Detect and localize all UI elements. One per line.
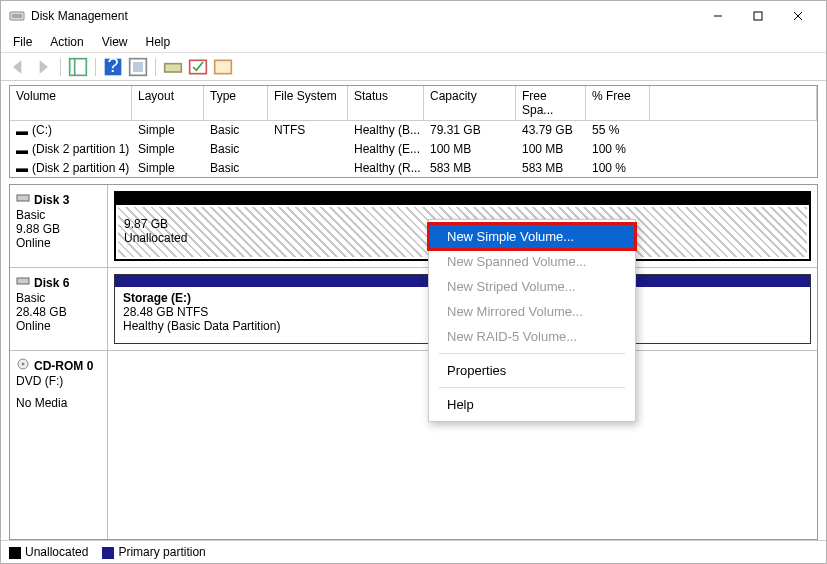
cell-volume: (C:) bbox=[32, 123, 52, 137]
ctx-new-spanned-volume: New Spanned Volume... bbox=[429, 249, 635, 274]
cell-type: Basic bbox=[204, 121, 268, 140]
volume-header-row: Volume Layout Type File System Status Ca… bbox=[10, 86, 817, 121]
cell-freespace: 583 MB bbox=[516, 159, 586, 178]
col-volume[interactable]: Volume bbox=[10, 86, 132, 120]
ctx-properties[interactable]: Properties bbox=[429, 358, 635, 383]
cell-layout: Simple bbox=[132, 159, 204, 178]
table-row[interactable]: ▬(Disk 2 partition 1) Simple Basic Healt… bbox=[10, 140, 817, 159]
unalloc-label: Unallocated bbox=[124, 231, 187, 245]
toolbar-sep bbox=[155, 58, 156, 76]
menu-action[interactable]: Action bbox=[42, 33, 91, 51]
svg-rect-14 bbox=[215, 60, 232, 73]
help-icon[interactable]: ? bbox=[102, 56, 124, 78]
window-title: Disk Management bbox=[31, 9, 698, 23]
disk-row-3: Disk 3 Basic 9.88 GB Online 9.87 GB Unal… bbox=[10, 185, 817, 268]
unalloc-size: 9.87 GB bbox=[124, 217, 187, 231]
ctx-separator bbox=[439, 353, 625, 354]
toolbar-sep bbox=[60, 58, 61, 76]
ctx-new-raid5-volume: New RAID-5 Volume... bbox=[429, 324, 635, 349]
svg-rect-11 bbox=[133, 62, 143, 72]
cdrom-info[interactable]: CD-ROM 0 DVD (F:) No Media bbox=[10, 351, 108, 540]
disk3-info[interactable]: Disk 3 Basic 9.88 GB Online bbox=[10, 185, 108, 267]
cell-pctfree: 100 % bbox=[586, 140, 650, 159]
cell-freespace: 100 MB bbox=[516, 140, 586, 159]
svg-point-18 bbox=[22, 363, 25, 366]
table-row[interactable]: ▬(C:) Simple Basic NTFS Healthy (B... 79… bbox=[10, 121, 817, 140]
cell-type: Basic bbox=[204, 140, 268, 159]
back-button[interactable] bbox=[7, 56, 29, 78]
action-icon-3[interactable] bbox=[212, 56, 234, 78]
col-filesystem[interactable]: File System bbox=[268, 86, 348, 120]
ctx-new-simple-volume[interactable]: New Simple Volume... bbox=[429, 224, 635, 249]
cell-volume: (Disk 2 partition 1) bbox=[32, 142, 129, 156]
action-icon-1[interactable] bbox=[162, 56, 184, 78]
cell-pctfree: 55 % bbox=[586, 121, 650, 140]
col-pctfree[interactable]: % Free bbox=[586, 86, 650, 120]
legend-primary: Primary partition bbox=[118, 545, 205, 559]
col-capacity[interactable]: Capacity bbox=[424, 86, 516, 120]
col-type[interactable]: Type bbox=[204, 86, 268, 120]
legend-unalloc: Unallocated bbox=[25, 545, 88, 559]
col-status[interactable]: Status bbox=[348, 86, 424, 120]
disk-row-6: Disk 6 Basic 28.48 GB Online Storage (E:… bbox=[10, 268, 817, 351]
col-freespace[interactable]: Free Spa... bbox=[516, 86, 586, 120]
drive-icon: ▬ bbox=[16, 161, 32, 175]
ctx-help[interactable]: Help bbox=[429, 392, 635, 417]
toolbar: ? bbox=[1, 53, 826, 81]
action-icon-2[interactable] bbox=[187, 56, 209, 78]
disk-icon bbox=[16, 274, 30, 291]
settings-icon[interactable] bbox=[127, 56, 149, 78]
cell-capacity: 79.31 GB bbox=[424, 121, 516, 140]
ctx-new-striped-volume: New Striped Volume... bbox=[429, 274, 635, 299]
col-layout[interactable]: Layout bbox=[132, 86, 204, 120]
disk3-name: Disk 3 bbox=[34, 193, 69, 207]
cell-status: Healthy (R... bbox=[348, 159, 424, 178]
menu-view[interactable]: View bbox=[94, 33, 136, 51]
cell-volume: (Disk 2 partition 4) bbox=[32, 161, 129, 175]
unalloc-stripe bbox=[116, 193, 809, 205]
cell-capacity: 100 MB bbox=[424, 140, 516, 159]
disk-row-cdrom: CD-ROM 0 DVD (F:) No Media bbox=[10, 351, 817, 540]
cell-type: Basic bbox=[204, 159, 268, 178]
cell-layout: Simple bbox=[132, 140, 204, 159]
legend-swatch-unalloc bbox=[9, 547, 21, 559]
legend-swatch-primary bbox=[102, 547, 114, 559]
cdrom-name: CD-ROM 0 bbox=[34, 359, 93, 373]
menu-file[interactable]: File bbox=[5, 33, 40, 51]
toolbar-sep bbox=[95, 58, 96, 76]
cell-pctfree: 100 % bbox=[586, 159, 650, 178]
disk6-size: 28.48 GB bbox=[16, 305, 101, 319]
cdrom-icon bbox=[16, 357, 30, 374]
titlebar: Disk Management bbox=[1, 1, 826, 31]
ctx-new-mirrored-volume: New Mirrored Volume... bbox=[429, 299, 635, 324]
close-button[interactable] bbox=[778, 2, 818, 30]
svg-text:?: ? bbox=[107, 57, 118, 76]
svg-rect-6 bbox=[70, 58, 87, 75]
col-blank bbox=[650, 86, 817, 120]
cell-capacity: 583 MB bbox=[424, 159, 516, 178]
maximize-button[interactable] bbox=[738, 2, 778, 30]
svg-rect-3 bbox=[754, 12, 762, 20]
drive-icon: ▬ bbox=[16, 124, 32, 138]
app-icon bbox=[9, 8, 25, 24]
disk-icon bbox=[16, 191, 30, 208]
disk6-type: Basic bbox=[16, 291, 101, 305]
disk6-name: Disk 6 bbox=[34, 276, 69, 290]
forward-button[interactable] bbox=[32, 56, 54, 78]
svg-rect-15 bbox=[17, 195, 29, 201]
cell-fs bbox=[268, 159, 348, 178]
cdrom-state: No Media bbox=[16, 396, 101, 410]
cell-layout: Simple bbox=[132, 121, 204, 140]
disk6-info[interactable]: Disk 6 Basic 28.48 GB Online bbox=[10, 268, 108, 350]
show-tree-icon[interactable] bbox=[67, 56, 89, 78]
menu-help[interactable]: Help bbox=[138, 33, 179, 51]
disk3-type: Basic bbox=[16, 208, 101, 222]
disk3-size: 9.88 GB bbox=[16, 222, 101, 236]
legend: Unallocated Primary partition bbox=[1, 540, 826, 563]
drive-icon: ▬ bbox=[16, 143, 32, 157]
minimize-button[interactable] bbox=[698, 2, 738, 30]
window-root: Disk Management File Action View Help ? … bbox=[0, 0, 827, 564]
svg-rect-1 bbox=[12, 14, 22, 18]
cell-fs bbox=[268, 140, 348, 159]
table-row[interactable]: ▬(Disk 2 partition 4) Simple Basic Healt… bbox=[10, 159, 817, 178]
